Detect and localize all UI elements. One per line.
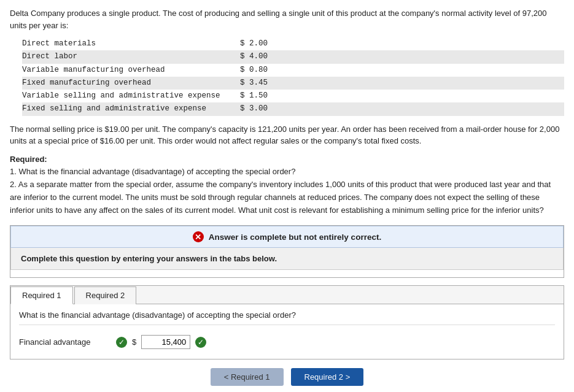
table-row: Direct materials $ 2.00 bbox=[22, 37, 564, 50]
answer-label-check-icon: ✓ bbox=[116, 337, 127, 348]
cost-value-2: $ 0.80 bbox=[231, 64, 268, 77]
table-row: Variable selling and administrative expe… bbox=[22, 90, 564, 102]
required-item1: 1. What is the financial advantage (disa… bbox=[10, 166, 564, 179]
table-row: Direct labor $ 4.00 bbox=[22, 50, 564, 63]
error-icon: ✕ bbox=[193, 231, 204, 242]
cost-value-1: $ 4.00 bbox=[231, 50, 268, 63]
cost-value-4: $ 1.50 bbox=[231, 90, 268, 102]
next-button[interactable]: Required 2 > bbox=[291, 368, 364, 386]
cost-value-3: $ 3.45 bbox=[231, 77, 268, 90]
tabs-row: Required 1 Required 2 bbox=[10, 286, 564, 304]
required-title: Required: bbox=[10, 153, 564, 166]
answer-label: Financial advantage bbox=[19, 337, 111, 347]
tab-content: What is the financial advantage (disadva… bbox=[10, 304, 564, 359]
answer-row: Financial advantage ✓ $ ✓ bbox=[19, 331, 555, 353]
cost-label-0: Direct materials bbox=[22, 37, 231, 50]
cost-label-4: Variable selling and administrative expe… bbox=[22, 90, 231, 102]
cost-value-5: $ 3.00 bbox=[231, 102, 268, 115]
tab-required-2[interactable]: Required 2 bbox=[74, 286, 137, 304]
table-row: Variable manufacturing overhead $ 0.80 bbox=[22, 64, 564, 77]
tab-question: What is the financial advantage (disadva… bbox=[19, 310, 555, 325]
dollar-sign: $ bbox=[132, 337, 136, 347]
nav-buttons: < Required 1 Required 2 > bbox=[10, 368, 564, 386]
cost-label-2: Variable manufacturing overhead bbox=[22, 64, 231, 77]
table-row: Fixed manufacturing overhead $ 3.45 bbox=[22, 77, 564, 90]
cost-label-1: Direct labor bbox=[22, 50, 231, 63]
normal-price-paragraph: The normal selling price is $19.00 per u… bbox=[10, 123, 564, 147]
cost-label-5: Fixed selling and administrative expense bbox=[22, 102, 231, 115]
complete-text-box: Complete this question by entering your … bbox=[10, 248, 564, 270]
cost-label-3: Fixed manufacturing overhead bbox=[22, 77, 231, 90]
required-item2: 2. As a separate matter from the special… bbox=[10, 179, 564, 217]
table-row: Fixed selling and administrative expense… bbox=[22, 102, 564, 115]
required-section: Required: 1. What is the financial advan… bbox=[10, 153, 564, 217]
financial-advantage-input[interactable] bbox=[141, 335, 190, 349]
answer-banner: ✕ Answer is complete but not entirely co… bbox=[10, 226, 564, 248]
answer-value-check-icon: ✓ bbox=[195, 337, 206, 348]
cost-value-0: $ 2.00 bbox=[231, 37, 268, 50]
prev-button[interactable]: < Required 1 bbox=[211, 368, 284, 386]
cost-table: Direct materials $ 2.00 Direct labor $ 4… bbox=[22, 37, 564, 116]
tabs-container: Required 1 Required 2 What is the financ… bbox=[10, 285, 564, 359]
intro-paragraph: Delta Company produces a single product.… bbox=[10, 7, 564, 31]
answer-outer-border: ✕ Answer is complete but not entirely co… bbox=[10, 225, 564, 278]
tab-required-1[interactable]: Required 1 bbox=[10, 286, 73, 304]
answer-banner-text: Answer is complete but not entirely corr… bbox=[209, 233, 381, 242]
